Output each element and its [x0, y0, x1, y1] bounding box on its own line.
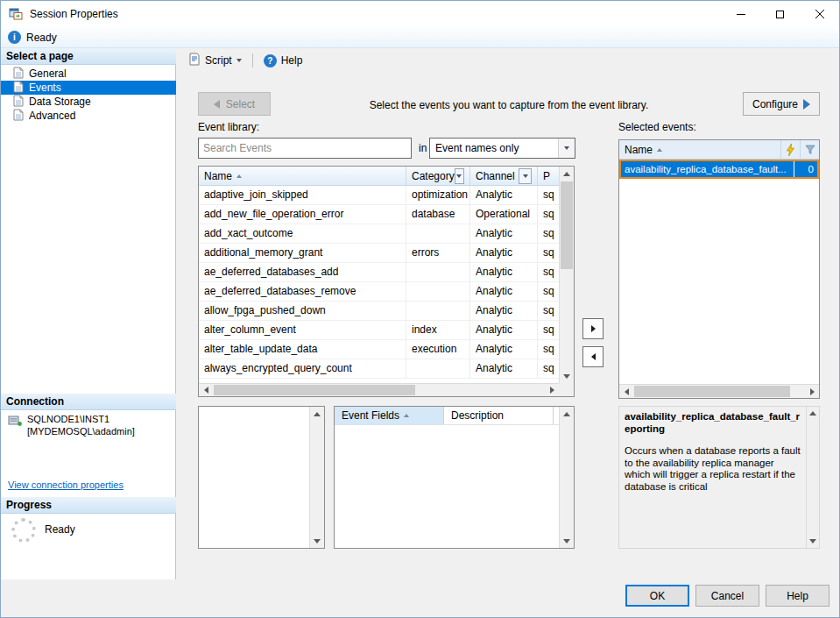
scroll-up-icon[interactable] — [560, 167, 574, 181]
event-category-cell: optimization — [406, 186, 470, 204]
event-package-cell: sq — [538, 321, 559, 339]
scroll-up-icon[interactable] — [807, 407, 819, 420]
channel-filter-dropdown[interactable] — [519, 168, 532, 184]
sidebar-item-advanced[interactable]: Advanced — [1, 109, 176, 123]
scroll-right-icon[interactable] — [545, 384, 559, 396]
cancel-button[interactable]: Cancel — [695, 585, 759, 607]
server-icon — [8, 415, 22, 430]
event-row[interactable]: always_encrypted_query_count Analytic sq — [199, 359, 559, 379]
selected-event-row[interactable]: availability_replica_database_fault... 0 — [619, 160, 819, 179]
filter-icon[interactable] — [800, 140, 819, 159]
category-filter-dropdown[interactable] — [455, 168, 464, 184]
event-row[interactable]: allow_fpga_pushed_down Analytic sq — [199, 302, 559, 321]
help-footer-button[interactable]: Help — [766, 585, 829, 607]
description-vertical-scrollbar[interactable] — [806, 407, 819, 548]
close-icon — [815, 10, 824, 18]
ok-button[interactable]: OK — [625, 585, 689, 607]
scroll-up-icon[interactable] — [310, 407, 324, 421]
main-toolbar: Script ? Help — [177, 48, 839, 73]
selected-column-header-name[interactable]: Name — [619, 140, 780, 159]
view-connection-properties-link[interactable]: View connection properties — [8, 479, 124, 490]
selected-table-horizontal-scrollbar[interactable] — [619, 384, 819, 398]
event-package-cell: sq — [538, 263, 559, 281]
add-event-button[interactable] — [582, 318, 604, 339]
event-row[interactable]: ae_deferred_databases_remove Analytic sq — [199, 282, 559, 302]
event-package-cell: sq — [538, 340, 559, 359]
event-row[interactable]: ae_deferred_databases_add Analytic sq — [199, 263, 559, 282]
select-button[interactable]: Select — [198, 92, 271, 116]
scroll-down-icon[interactable] — [560, 369, 574, 383]
event-table-vertical-scrollbar[interactable] — [559, 167, 574, 383]
event-category-cell: errors — [406, 244, 470, 262]
scrollbar-thumb[interactable] — [561, 181, 573, 269]
sidebar-item-events[interactable]: Events — [1, 81, 176, 95]
maximize-icon — [776, 11, 784, 18]
event-name-cell: allow_fpga_pushed_down — [199, 302, 406, 320]
fields-pane-vertical-scrollbar[interactable] — [559, 407, 574, 548]
event-row[interactable]: additional_memory_grant errors Analytic … — [199, 244, 559, 263]
column-header-category[interactable]: Category — [406, 167, 470, 185]
sort-ascending-icon — [657, 148, 662, 152]
event-table-header: Name Category Channel P — [199, 167, 559, 186]
script-button[interactable]: Script — [182, 50, 247, 71]
event-row[interactable]: alter_table_update_data execution Analyt… — [199, 340, 559, 359]
scroll-down-icon[interactable] — [310, 534, 324, 548]
event-row[interactable]: add_xact_outcome Analytic sq — [199, 224, 559, 244]
sidebar-item-general[interactable]: General — [1, 67, 176, 81]
column-header-package[interactable]: P — [538, 167, 559, 185]
remove-event-button[interactable] — [582, 346, 604, 367]
event-category-cell — [406, 302, 470, 320]
scroll-down-icon[interactable] — [807, 535, 819, 548]
lightning-icon[interactable] — [780, 140, 800, 159]
scroll-left-icon[interactable] — [619, 385, 633, 398]
sort-ascending-icon — [236, 174, 242, 178]
configure-button[interactable]: Configure — [743, 92, 820, 116]
event-row[interactable]: alter_column_event index Analytic sq — [199, 321, 559, 340]
event-row[interactable]: adaptive_join_skipped optimization Analy… — [199, 186, 559, 205]
help-toolbar-button[interactable]: ? Help — [258, 52, 308, 70]
info-icon: i — [8, 31, 21, 44]
event-category-cell — [406, 359, 470, 378]
listbox-vertical-scrollbar[interactable] — [309, 407, 324, 548]
maximize-button[interactable] — [760, 1, 800, 27]
right-arrow-icon — [591, 325, 596, 332]
page-icon — [13, 109, 24, 124]
close-button[interactable] — [800, 1, 839, 27]
event-selection-listbox[interactable] — [198, 406, 325, 549]
sidebar-item-data-storage[interactable]: Data Storage — [1, 95, 176, 109]
scroll-left-icon[interactable] — [199, 384, 213, 396]
scroll-down-icon[interactable] — [560, 534, 574, 548]
column-header-name[interactable]: Name — [199, 167, 406, 185]
page-icon — [13, 67, 24, 82]
help-icon: ? — [264, 54, 277, 67]
scrollbar-corner — [559, 383, 574, 396]
tab-description[interactable]: Description — [444, 407, 554, 424]
scroll-up-icon[interactable] — [560, 407, 574, 421]
column-header-channel[interactable]: Channel — [470, 167, 538, 185]
selected-events-header: Name — [619, 140, 819, 160]
event-channel-cell: Analytic — [470, 224, 538, 243]
event-channel-cell: Analytic — [470, 282, 538, 301]
window-title: Session Properties — [30, 8, 118, 20]
event-category-cell: execution — [406, 340, 470, 359]
event-channel-cell: Analytic — [470, 244, 538, 262]
chevron-down-icon — [558, 139, 575, 158]
session-properties-window: Session Properties i Ready Select a page… — [0, 0, 840, 618]
scrollbar-thumb[interactable] — [214, 385, 415, 395]
scroll-right-icon[interactable] — [805, 385, 819, 398]
event-row[interactable]: add_new_file_operation_error database Op… — [199, 205, 559, 224]
scrollbar-thumb[interactable] — [634, 386, 790, 397]
event-name-filter-dropdown[interactable]: Event names only — [429, 138, 575, 159]
event-fields-pane: Event Fields Description — [334, 406, 575, 549]
chevron-down-icon — [236, 59, 242, 62]
search-input[interactable] — [198, 138, 412, 159]
selected-event-count: 0 — [794, 161, 817, 177]
event-description-text: Occurs when a database reports a fault t… — [625, 445, 801, 493]
event-package-cell: sq — [538, 282, 559, 301]
event-channel-cell: Analytic — [470, 340, 538, 359]
minimize-button[interactable] — [721, 1, 760, 27]
script-icon — [187, 53, 201, 68]
event-table-horizontal-scrollbar[interactable] — [199, 383, 559, 396]
tab-event-fields[interactable]: Event Fields — [335, 407, 444, 424]
event-name-cell: alter_column_event — [199, 321, 406, 339]
